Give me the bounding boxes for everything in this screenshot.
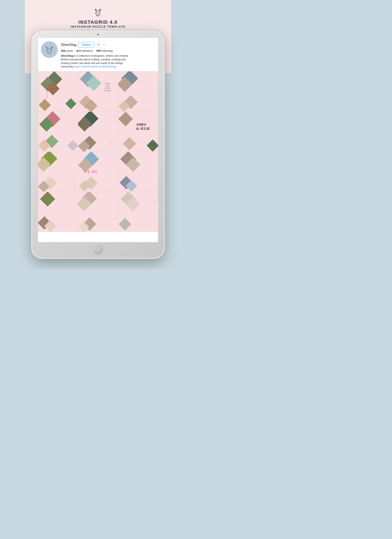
grid-cell-r1c1[interactable]: #ADVENTURES bbox=[38, 71, 78, 111]
screen-content[interactable]: SilverStag Follow ▾ ··· 206 posts bbox=[38, 38, 158, 242]
header-section: INSTAGRID 4.0 INSTAGRAM PUZZLE TEMPLATE bbox=[71, 6, 126, 28]
svg-point-7 bbox=[49, 51, 50, 52]
following-count: 696 bbox=[96, 49, 101, 52]
svg-point-0 bbox=[96, 10, 100, 15]
svg-point-2 bbox=[99, 12, 99, 13]
svg-point-1 bbox=[97, 12, 98, 13]
deer-logo-icon bbox=[92, 6, 104, 18]
grid-cell-r4c1[interactable] bbox=[38, 192, 78, 232]
profile-username: SilverStag bbox=[61, 43, 76, 47]
grid-cell-r2c2[interactable] bbox=[78, 112, 118, 152]
profile-name-row: SilverStag Follow ▾ ··· bbox=[61, 42, 155, 48]
svg-point-3 bbox=[97, 13, 99, 14]
grid-cell-r2c1[interactable] bbox=[38, 112, 78, 152]
will-you-text: Will youtravelwith me?this July? bbox=[104, 82, 111, 92]
tablet-screen: SilverStag Follow ▾ ··· 206 posts bbox=[38, 38, 158, 242]
tablet-camera bbox=[97, 34, 99, 35]
followers-stat: 611 followers bbox=[76, 49, 93, 52]
tablet-device: SilverStag Follow ▾ ··· 206 posts bbox=[31, 30, 165, 259]
followers-label: followers bbox=[82, 49, 93, 52]
svg-point-4 bbox=[47, 48, 52, 54]
sky-text: # S KY bbox=[84, 170, 97, 174]
svg-point-6 bbox=[50, 50, 51, 51]
grid-cell-r2c3[interactable]: AMES& JULIE bbox=[118, 112, 158, 152]
posts-stat: 206 posts bbox=[61, 49, 73, 52]
grid-cell-r3c1[interactable] bbox=[38, 152, 78, 192]
avatar bbox=[41, 41, 58, 58]
svg-point-5 bbox=[48, 50, 49, 51]
posts-count: 206 bbox=[61, 49, 66, 52]
followers-count: 611 bbox=[76, 49, 81, 52]
profile-stats: 206 posts 611 followers 696 following bbox=[61, 49, 155, 52]
page-wrapper: INSTAGRID 4.0 INSTAGRAM PUZZLE TEMPLATE bbox=[0, 0, 196, 270]
ames-julie-text: AMES& JULIE bbox=[136, 123, 150, 131]
profile-header: SilverStag Follow ▾ ··· 206 posts bbox=[41, 41, 155, 68]
instagram-profile: SilverStag Follow ▾ ··· 206 posts bbox=[38, 38, 158, 71]
profile-link[interactable]: www.creativemarket.com&SilverStag bbox=[74, 65, 116, 68]
grid-cell-r4c3[interactable] bbox=[118, 192, 158, 232]
follow-button[interactable]: Follow bbox=[78, 42, 94, 48]
app-title: INSTAGRID 4.0 bbox=[78, 19, 118, 25]
home-button[interactable] bbox=[93, 245, 103, 254]
photo-grid: #ADVENTURES bbox=[38, 71, 158, 232]
grid-cell-r3c2[interactable]: # S KY bbox=[78, 152, 118, 192]
home-button-ring bbox=[95, 246, 101, 252]
app-subtitle: INSTAGRAM PUZZLE TEMPLATE bbox=[71, 25, 126, 28]
grid-cell-r4c2[interactable] bbox=[78, 192, 118, 232]
following-label: following bbox=[102, 49, 113, 52]
bio-username: SilverStag bbox=[61, 54, 73, 57]
adventures-label: #ADVENTURES bbox=[46, 84, 47, 99]
following-stat: 696 following bbox=[96, 49, 113, 52]
profile-bio: SilverStag is a collective of designers,… bbox=[61, 54, 134, 68]
grid-cell-r1c2[interactable]: Will youtravelwith me?this July? bbox=[78, 71, 118, 111]
grid-cell-r3c3[interactable] bbox=[118, 152, 158, 192]
more-button[interactable]: ··· bbox=[103, 43, 106, 47]
profile-info: SilverStag Follow ▾ ··· 206 posts bbox=[61, 41, 155, 68]
dropdown-button[interactable]: ▾ bbox=[96, 42, 101, 47]
posts-label: posts bbox=[66, 49, 73, 52]
grid-cell-r1c3[interactable] bbox=[118, 71, 158, 111]
